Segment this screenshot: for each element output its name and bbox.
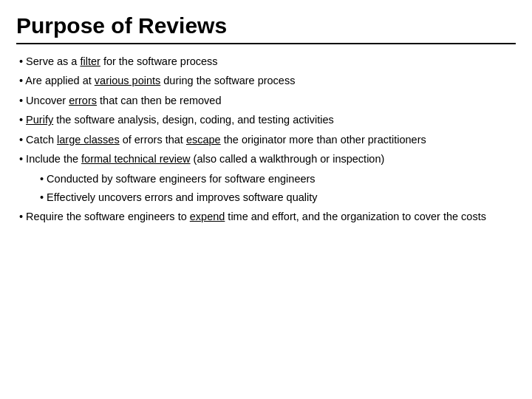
slide-title: Purpose of Reviews <box>16 13 516 38</box>
bullet-item: • Purify the software analysis, design, … <box>16 112 516 128</box>
bullet-item: • Uncover errors that can then be remove… <box>16 92 516 109</box>
bullet-item: • Include the formal technical review (a… <box>16 151 516 167</box>
bullet-item: • Conducted by software engineers for so… <box>37 171 516 187</box>
content-area: • Serve as a filter for the software pro… <box>16 53 516 225</box>
bullet-item: • Are applied at various points during t… <box>16 72 516 89</box>
bullet-item: • Catch large classes of errors that esc… <box>16 132 516 148</box>
title-divider <box>16 43 516 44</box>
bullet-item: • Serve as a filter for the software pro… <box>16 53 516 69</box>
bullet-item: • Require the software engineers to expe… <box>16 208 516 225</box>
bullet-item: • Effectively uncovers errors and improv… <box>37 189 516 205</box>
slide: Purpose of Reviews • Serve as a filter f… <box>0 0 532 399</box>
